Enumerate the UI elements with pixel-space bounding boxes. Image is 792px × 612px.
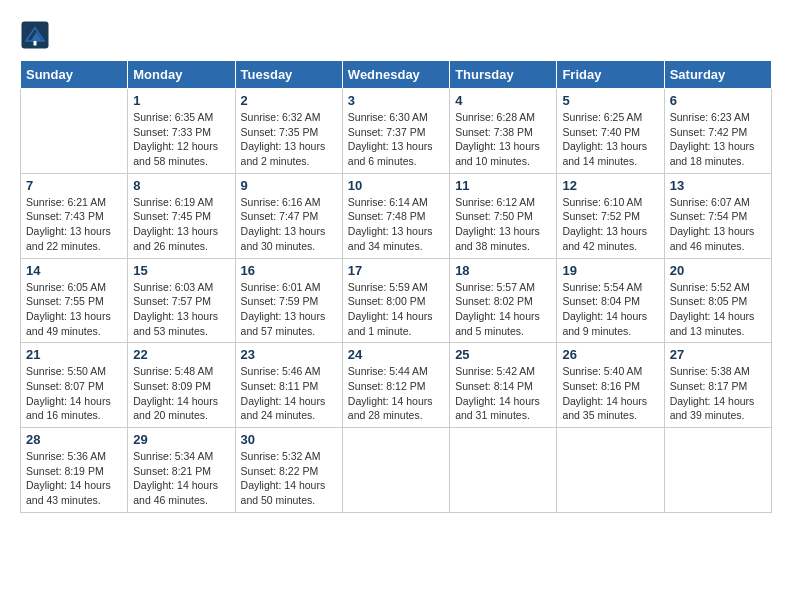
day-info: Sunrise: 6:16 AM Sunset: 7:47 PM Dayligh… xyxy=(241,195,337,254)
day-number: 7 xyxy=(26,178,122,193)
day-number: 10 xyxy=(348,178,444,193)
calendar-cell: 21Sunrise: 5:50 AM Sunset: 8:07 PM Dayli… xyxy=(21,343,128,428)
calendar-cell: 27Sunrise: 5:38 AM Sunset: 8:17 PM Dayli… xyxy=(664,343,771,428)
calendar-cell: 12Sunrise: 6:10 AM Sunset: 7:52 PM Dayli… xyxy=(557,173,664,258)
logo-icon xyxy=(20,20,50,50)
calendar-cell xyxy=(342,428,449,513)
day-info: Sunrise: 6:14 AM Sunset: 7:48 PM Dayligh… xyxy=(348,195,444,254)
day-info: Sunrise: 6:25 AM Sunset: 7:40 PM Dayligh… xyxy=(562,110,658,169)
svg-rect-3 xyxy=(34,41,37,46)
day-number: 4 xyxy=(455,93,551,108)
calendar-cell: 18Sunrise: 5:57 AM Sunset: 8:02 PM Dayli… xyxy=(450,258,557,343)
calendar-cell: 28Sunrise: 5:36 AM Sunset: 8:19 PM Dayli… xyxy=(21,428,128,513)
calendar-cell: 29Sunrise: 5:34 AM Sunset: 8:21 PM Dayli… xyxy=(128,428,235,513)
calendar-cell: 19Sunrise: 5:54 AM Sunset: 8:04 PM Dayli… xyxy=(557,258,664,343)
calendar-week-row: 21Sunrise: 5:50 AM Sunset: 8:07 PM Dayli… xyxy=(21,343,772,428)
day-number: 28 xyxy=(26,432,122,447)
calendar-cell: 20Sunrise: 5:52 AM Sunset: 8:05 PM Dayli… xyxy=(664,258,771,343)
day-number: 16 xyxy=(241,263,337,278)
calendar-cell: 25Sunrise: 5:42 AM Sunset: 8:14 PM Dayli… xyxy=(450,343,557,428)
day-number: 12 xyxy=(562,178,658,193)
calendar-week-row: 14Sunrise: 6:05 AM Sunset: 7:55 PM Dayli… xyxy=(21,258,772,343)
day-number: 23 xyxy=(241,347,337,362)
calendar-cell: 4Sunrise: 6:28 AM Sunset: 7:38 PM Daylig… xyxy=(450,89,557,174)
day-number: 6 xyxy=(670,93,766,108)
calendar-cell: 30Sunrise: 5:32 AM Sunset: 8:22 PM Dayli… xyxy=(235,428,342,513)
day-header-monday: Monday xyxy=(128,61,235,89)
calendar-cell xyxy=(21,89,128,174)
day-number: 30 xyxy=(241,432,337,447)
calendar-cell: 23Sunrise: 5:46 AM Sunset: 8:11 PM Dayli… xyxy=(235,343,342,428)
day-info: Sunrise: 6:03 AM Sunset: 7:57 PM Dayligh… xyxy=(133,280,229,339)
day-number: 25 xyxy=(455,347,551,362)
day-info: Sunrise: 5:59 AM Sunset: 8:00 PM Dayligh… xyxy=(348,280,444,339)
day-header-wednesday: Wednesday xyxy=(342,61,449,89)
day-info: Sunrise: 5:44 AM Sunset: 8:12 PM Dayligh… xyxy=(348,364,444,423)
day-number: 8 xyxy=(133,178,229,193)
day-header-saturday: Saturday xyxy=(664,61,771,89)
day-info: Sunrise: 6:32 AM Sunset: 7:35 PM Dayligh… xyxy=(241,110,337,169)
day-info: Sunrise: 5:36 AM Sunset: 8:19 PM Dayligh… xyxy=(26,449,122,508)
day-number: 24 xyxy=(348,347,444,362)
day-info: Sunrise: 6:30 AM Sunset: 7:37 PM Dayligh… xyxy=(348,110,444,169)
calendar-week-row: 28Sunrise: 5:36 AM Sunset: 8:19 PM Dayli… xyxy=(21,428,772,513)
calendar-cell xyxy=(450,428,557,513)
calendar-cell: 13Sunrise: 6:07 AM Sunset: 7:54 PM Dayli… xyxy=(664,173,771,258)
day-header-friday: Friday xyxy=(557,61,664,89)
calendar-table: SundayMondayTuesdayWednesdayThursdayFrid… xyxy=(20,60,772,513)
calendar-week-row: 7Sunrise: 6:21 AM Sunset: 7:43 PM Daylig… xyxy=(21,173,772,258)
day-number: 26 xyxy=(562,347,658,362)
day-info: Sunrise: 6:35 AM Sunset: 7:33 PM Dayligh… xyxy=(133,110,229,169)
day-header-sunday: Sunday xyxy=(21,61,128,89)
day-info: Sunrise: 5:38 AM Sunset: 8:17 PM Dayligh… xyxy=(670,364,766,423)
calendar-cell: 16Sunrise: 6:01 AM Sunset: 7:59 PM Dayli… xyxy=(235,258,342,343)
calendar-cell: 3Sunrise: 6:30 AM Sunset: 7:37 PM Daylig… xyxy=(342,89,449,174)
calendar-cell: 26Sunrise: 5:40 AM Sunset: 8:16 PM Dayli… xyxy=(557,343,664,428)
day-info: Sunrise: 5:32 AM Sunset: 8:22 PM Dayligh… xyxy=(241,449,337,508)
calendar-cell: 11Sunrise: 6:12 AM Sunset: 7:50 PM Dayli… xyxy=(450,173,557,258)
calendar-cell: 14Sunrise: 6:05 AM Sunset: 7:55 PM Dayli… xyxy=(21,258,128,343)
day-number: 9 xyxy=(241,178,337,193)
calendar-cell: 17Sunrise: 5:59 AM Sunset: 8:00 PM Dayli… xyxy=(342,258,449,343)
logo xyxy=(20,20,54,50)
day-info: Sunrise: 5:42 AM Sunset: 8:14 PM Dayligh… xyxy=(455,364,551,423)
day-info: Sunrise: 5:54 AM Sunset: 8:04 PM Dayligh… xyxy=(562,280,658,339)
day-number: 27 xyxy=(670,347,766,362)
day-number: 20 xyxy=(670,263,766,278)
day-info: Sunrise: 6:28 AM Sunset: 7:38 PM Dayligh… xyxy=(455,110,551,169)
calendar-cell: 1Sunrise: 6:35 AM Sunset: 7:33 PM Daylig… xyxy=(128,89,235,174)
day-number: 19 xyxy=(562,263,658,278)
day-number: 13 xyxy=(670,178,766,193)
day-info: Sunrise: 6:07 AM Sunset: 7:54 PM Dayligh… xyxy=(670,195,766,254)
day-info: Sunrise: 6:05 AM Sunset: 7:55 PM Dayligh… xyxy=(26,280,122,339)
day-number: 11 xyxy=(455,178,551,193)
calendar-cell: 15Sunrise: 6:03 AM Sunset: 7:57 PM Dayli… xyxy=(128,258,235,343)
day-number: 18 xyxy=(455,263,551,278)
calendar-cell: 8Sunrise: 6:19 AM Sunset: 7:45 PM Daylig… xyxy=(128,173,235,258)
day-number: 14 xyxy=(26,263,122,278)
calendar-week-row: 1Sunrise: 6:35 AM Sunset: 7:33 PM Daylig… xyxy=(21,89,772,174)
day-info: Sunrise: 6:10 AM Sunset: 7:52 PM Dayligh… xyxy=(562,195,658,254)
day-number: 22 xyxy=(133,347,229,362)
day-info: Sunrise: 6:12 AM Sunset: 7:50 PM Dayligh… xyxy=(455,195,551,254)
day-number: 5 xyxy=(562,93,658,108)
day-info: Sunrise: 5:52 AM Sunset: 8:05 PM Dayligh… xyxy=(670,280,766,339)
day-info: Sunrise: 6:19 AM Sunset: 7:45 PM Dayligh… xyxy=(133,195,229,254)
calendar-cell xyxy=(557,428,664,513)
day-info: Sunrise: 5:34 AM Sunset: 8:21 PM Dayligh… xyxy=(133,449,229,508)
day-header-thursday: Thursday xyxy=(450,61,557,89)
calendar-cell xyxy=(664,428,771,513)
day-info: Sunrise: 6:21 AM Sunset: 7:43 PM Dayligh… xyxy=(26,195,122,254)
calendar-cell: 22Sunrise: 5:48 AM Sunset: 8:09 PM Dayli… xyxy=(128,343,235,428)
calendar-header-row: SundayMondayTuesdayWednesdayThursdayFrid… xyxy=(21,61,772,89)
day-info: Sunrise: 6:23 AM Sunset: 7:42 PM Dayligh… xyxy=(670,110,766,169)
calendar-cell: 6Sunrise: 6:23 AM Sunset: 7:42 PM Daylig… xyxy=(664,89,771,174)
day-number: 1 xyxy=(133,93,229,108)
day-number: 3 xyxy=(348,93,444,108)
calendar-cell: 2Sunrise: 6:32 AM Sunset: 7:35 PM Daylig… xyxy=(235,89,342,174)
calendar-cell: 10Sunrise: 6:14 AM Sunset: 7:48 PM Dayli… xyxy=(342,173,449,258)
day-number: 15 xyxy=(133,263,229,278)
day-number: 17 xyxy=(348,263,444,278)
day-info: Sunrise: 6:01 AM Sunset: 7:59 PM Dayligh… xyxy=(241,280,337,339)
calendar-cell: 7Sunrise: 6:21 AM Sunset: 7:43 PM Daylig… xyxy=(21,173,128,258)
